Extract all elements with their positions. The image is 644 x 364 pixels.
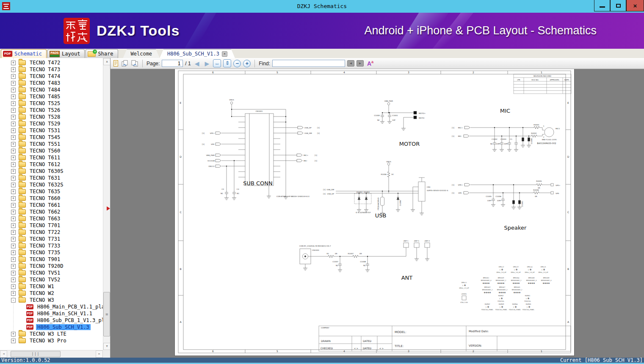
tree-expander[interactable]: + (11, 223, 16, 228)
tree-item[interactable]: PDFH806_Sub_SCH_V1.3 (0, 324, 103, 331)
tree-item[interactable]: +TECNO T484 (0, 86, 103, 93)
tree-item[interactable]: +TECNO TV52 (0, 276, 103, 283)
tree-item[interactable]: +TECNO T531 (0, 127, 103, 134)
copy-page-left-icon[interactable] (121, 59, 129, 68)
tree-item[interactable]: +TECNO T526 (0, 107, 103, 114)
tree-expander[interactable]: + (11, 271, 16, 275)
vertical-scroll-thumb[interactable]: ≡ (103, 292, 110, 336)
tree-expander[interactable]: - (11, 298, 16, 303)
scroll-left-button[interactable]: ◄ (0, 350, 7, 358)
tree-expander[interactable]: + (11, 257, 16, 262)
tree-expander[interactable]: + (11, 142, 16, 147)
tree-item[interactable]: +TECNO T485 (0, 93, 103, 100)
tree-item[interactable]: +TECNO T663 (0, 215, 103, 222)
tree-expander[interactable]: + (11, 196, 16, 201)
tree-expander[interactable]: + (11, 128, 16, 133)
tree-item[interactable]: +TECNO T701 (0, 222, 103, 229)
tree-expander[interactable]: + (11, 284, 16, 289)
tree-item[interactable]: +TECNO T635 (0, 188, 103, 195)
tree-expander[interactable]: + (11, 135, 16, 140)
tree-expander[interactable]: + (11, 183, 16, 187)
tree-item[interactable]: +TECNO T474 (0, 73, 103, 80)
tree-expander[interactable]: + (11, 101, 16, 106)
scroll-right-button[interactable]: ► (96, 350, 103, 358)
tree-item[interactable]: +TECNO T660 (0, 195, 103, 202)
tree-expander[interactable]: + (11, 339, 16, 343)
fit-page-button[interactable]: ⇕ (223, 59, 231, 67)
next-page-button[interactable]: ▶ (203, 60, 211, 67)
tree-expander[interactable]: + (11, 162, 16, 167)
copy-page-right-icon[interactable] (131, 59, 138, 68)
tree-expander[interactable]: + (11, 176, 16, 181)
tab-share[interactable]: Share (86, 49, 118, 58)
tab-document-h806-sub-sch[interactable]: H806_Sub_SCH_V1.3 × (160, 49, 235, 58)
tree-item[interactable]: +TECNO T472 (0, 59, 103, 66)
tree-expander[interactable]: + (11, 264, 16, 269)
tab-welcome[interactable]: Welcome (123, 49, 160, 58)
tree-expander[interactable]: + (11, 115, 16, 119)
tab-schematic[interactable]: PDF Schematic (1, 49, 47, 58)
tree-item[interactable]: PDFH806_Sub_PCB_1_V1.3_place (0, 317, 103, 324)
tree-item[interactable]: +TECNO T473 (0, 66, 103, 73)
case-sensitive-icon[interactable]: Aa (366, 60, 375, 67)
tree-item[interactable]: +TECNO T901 (0, 256, 103, 263)
scroll-up-button[interactable]: ▲ (103, 58, 111, 65)
previous-page-button[interactable]: ◀ (193, 60, 201, 67)
tree-expander[interactable]: + (11, 169, 16, 174)
tree-item[interactable]: +TECNO T735 (0, 249, 103, 256)
tree-item[interactable]: +TECNO T630S (0, 168, 103, 175)
horizontal-scroll-thumb[interactable]: ||| (11, 351, 61, 357)
tree-expander[interactable]: + (11, 250, 16, 255)
tree-item[interactable]: +TECNO T612 (0, 161, 103, 168)
tree-expander[interactable]: + (11, 74, 16, 79)
tree-expander[interactable]: + (11, 237, 16, 242)
tree-expander[interactable]: + (11, 108, 16, 113)
tree-item[interactable]: +TECNO T545 (0, 134, 103, 141)
tree-expander[interactable]: + (11, 61, 16, 65)
tree-item[interactable]: PDFH806_Main_SCH_V1.1 (0, 310, 103, 317)
find-input[interactable] (272, 60, 345, 67)
tree-expander[interactable]: + (11, 156, 16, 160)
tree-item[interactable]: PDFH806_Main_PCB_V1.1_placem (0, 303, 103, 310)
tree-expander[interactable]: + (11, 230, 16, 235)
vertical-scrollbar[interactable]: ▲ ≡ ▼ (103, 58, 110, 350)
tree-item[interactable]: +TECNO T733 (0, 242, 103, 249)
tree-item[interactable]: +TECNO T632S (0, 181, 103, 188)
tab-close-icon[interactable]: × (222, 51, 227, 57)
tree-item[interactable]: +TECNO T661 (0, 202, 103, 208)
tree-item[interactable]: +TECNO T560 (0, 147, 103, 154)
tree-expander[interactable]: + (11, 88, 16, 92)
tree-item[interactable]: +TECNO T611 (0, 154, 103, 161)
tree-item[interactable]: +TECNO T722 (0, 229, 103, 236)
tree-expander[interactable]: + (11, 122, 16, 126)
tree-expander[interactable]: + (11, 94, 16, 99)
tree-expander[interactable]: + (11, 278, 16, 282)
tree-expander[interactable]: + (11, 210, 16, 214)
tree-item[interactable]: +TECNO T551 (0, 141, 103, 147)
tree-item[interactable]: +TECNO W3 Pro (0, 337, 103, 344)
tree-item[interactable]: +TECNO T731 (0, 236, 103, 242)
tree-expander[interactable]: + (11, 217, 16, 221)
horizontal-scrollbar[interactable]: ◄ ||| ► (0, 350, 103, 358)
zoom-in-button[interactable]: + (243, 60, 251, 67)
find-next-button[interactable]: ► (357, 60, 364, 67)
tree-item[interactable]: +TECNO W3 LTE (0, 331, 103, 337)
tree-item[interactable]: -TECNO W3 (0, 297, 103, 303)
tree-expander[interactable]: + (11, 244, 16, 248)
tree-item[interactable]: +TECNO T525 (0, 100, 103, 107)
fit-width-button[interactable]: ↔ (213, 59, 221, 67)
find-previous-button[interactable]: ◄ (347, 60, 354, 67)
tree-expander[interactable]: + (11, 332, 16, 336)
tree-item[interactable]: +TECNO T920D (0, 263, 103, 270)
tree-expander[interactable]: + (11, 203, 16, 208)
tree-item[interactable]: +TECNO T662 (0, 208, 103, 215)
tree-item[interactable]: +TECNO T529 (0, 120, 103, 127)
tree-item[interactable]: +TECNO TV51 (0, 270, 103, 276)
scroll-down-button[interactable]: ▼ (103, 343, 111, 350)
tree-expander[interactable]: + (11, 67, 16, 72)
tree-item[interactable]: +TECNO T483 (0, 80, 103, 86)
tree-expander[interactable]: + (11, 291, 16, 296)
tree-item[interactable]: +TECNO T528 (0, 114, 103, 120)
tab-layout[interactable]: PADS Layout (47, 49, 85, 58)
tree-item[interactable]: +TECNO T631 (0, 175, 103, 181)
